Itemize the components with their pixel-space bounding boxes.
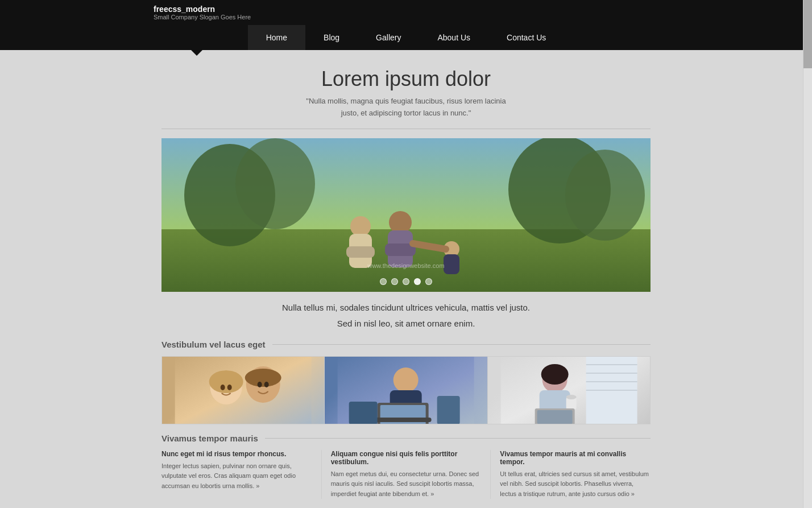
gallery-item-2[interactable] bbox=[325, 356, 487, 424]
scrollbar-thumb[interactable] bbox=[803, 0, 812, 68]
slider-dot-2[interactable] bbox=[391, 278, 398, 285]
section2-heading: Vivamus tempor mauris bbox=[161, 433, 651, 443]
col-1-text: Integer lectus sapien, pulvinar non orna… bbox=[161, 461, 312, 492]
gallery-item-1[interactable] bbox=[161, 356, 325, 424]
svg-point-6 bbox=[350, 216, 371, 237]
main-content: Lorem ipsum dolor "Nulla mollis, magna q… bbox=[161, 56, 651, 508]
slider-dot-5[interactable] bbox=[425, 278, 432, 285]
svg-rect-8 bbox=[346, 246, 375, 258]
slider-dot-3[interactable] bbox=[403, 278, 409, 285]
slider-image: www.thedesignwebsite.com bbox=[161, 138, 651, 292]
hero-divider bbox=[161, 129, 651, 129]
three-col-section: Nunc eget mi id risus tempor rhoncus. In… bbox=[161, 450, 651, 499]
svg-rect-29 bbox=[375, 418, 432, 422]
svg-point-25 bbox=[393, 367, 419, 393]
col-3-title: Vivamus tempor mauris at mi convallis te… bbox=[500, 450, 651, 466]
svg-point-3 bbox=[235, 138, 315, 229]
nav-blog[interactable]: Blog bbox=[305, 25, 358, 50]
nav-bar: Home Blog Gallery About Us Contact Us bbox=[0, 25, 812, 50]
slider-dot-4[interactable] bbox=[414, 278, 421, 285]
nav-home[interactable]: Home bbox=[248, 25, 305, 50]
svg-rect-44 bbox=[537, 410, 572, 424]
col-3: Vivamus tempor mauris at mi convallis te… bbox=[491, 450, 651, 499]
svg-rect-31 bbox=[437, 396, 460, 424]
svg-point-42 bbox=[566, 395, 576, 399]
svg-point-21 bbox=[227, 385, 232, 390]
gallery-photo-couple bbox=[162, 357, 324, 424]
svg-rect-13 bbox=[444, 254, 459, 274]
svg-point-40 bbox=[541, 364, 568, 385]
svg-point-17 bbox=[209, 370, 243, 393]
col-1-title: Nunc eget mi id risus tempor rhoncus. bbox=[161, 450, 312, 458]
col-2-title: Aliquam congue nisi quis felis porttitor… bbox=[331, 450, 482, 466]
svg-rect-15 bbox=[175, 356, 312, 424]
svg-point-5 bbox=[565, 150, 645, 241]
section1-heading: Vestibulum vel lacus eget bbox=[161, 340, 651, 349]
col-2: Aliquam congue nisi quis felis porttitor… bbox=[322, 450, 491, 499]
col-1: Nunc eget mi id risus tempor rhoncus. In… bbox=[161, 450, 322, 499]
nav-arrow-indicator bbox=[191, 50, 202, 56]
svg-point-22 bbox=[258, 382, 262, 387]
svg-point-20 bbox=[221, 385, 225, 390]
nav-contact[interactable]: Contact Us bbox=[488, 25, 564, 50]
header-bar: freecss_modern Small Company Slogan Goes… bbox=[0, 0, 812, 25]
slider-dots bbox=[380, 278, 432, 285]
gallery-item-3[interactable] bbox=[488, 356, 651, 424]
col-3-text: Ut tellus erat, ultricies sed cursus sit… bbox=[500, 469, 651, 499]
hero-subtitle: "Nulla mollis, magna quis feugiat faucib… bbox=[161, 96, 651, 119]
svg-rect-30 bbox=[349, 402, 378, 424]
sub-heading-line1: Nulla tellus mi, sodales tincidunt ultri… bbox=[161, 301, 651, 315]
sub-heading-line2: Sed in nisl leo, sit amet ornare enim. bbox=[161, 317, 651, 331]
hero-title: Lorem ipsum dolor bbox=[161, 67, 651, 91]
site-slogan: Small Company Slogan Goes Here bbox=[154, 14, 812, 20]
nav-gallery[interactable]: Gallery bbox=[358, 25, 419, 50]
site-title: freecss_modern bbox=[154, 5, 812, 14]
main-nav: Home Blog Gallery About Us Contact Us bbox=[248, 25, 565, 50]
gallery-row bbox=[161, 356, 651, 424]
gallery-photo-office bbox=[488, 357, 650, 424]
slider-dot-1[interactable] bbox=[380, 278, 387, 285]
col-2-text: Nam eget metus dui, eu consectetur urna.… bbox=[331, 469, 482, 499]
hero-slider: www.thedesignwebsite.com bbox=[161, 138, 651, 292]
scrollbar[interactable] bbox=[803, 0, 812, 508]
svg-point-19 bbox=[245, 369, 281, 387]
nav-about[interactable]: About Us bbox=[419, 25, 488, 50]
svg-point-23 bbox=[264, 382, 269, 387]
gallery-photo-laptop bbox=[325, 357, 487, 424]
slider-watermark: www.thedesignwebsite.com bbox=[367, 262, 444, 269]
